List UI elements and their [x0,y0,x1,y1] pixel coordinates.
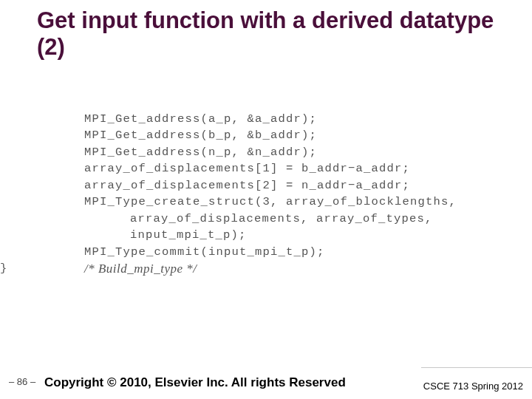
code-line: MPI_Get_address(b_p, &b_addr); [38,127,488,143]
code-line: array_of_displacements[1] = b_addr−a_add… [38,160,488,177]
code-line: } /* Build_mpi_type */ [38,260,488,279]
code-line: input_mpi_t_p); [38,227,488,243]
code-line: MPI_Get_address(a_p, &a_addr); [38,111,488,127]
slide-title: Get input function with a derived dataty… [37,7,502,60]
code-line: array_of_displacements, array_of_types, [38,211,488,227]
code-comment: /* Build_mpi_type */ [84,262,197,276]
page-number: – 86 – [9,376,35,387]
code-block: MPI_Get_address(a_p, &a_addr); MPI_Get_a… [38,111,488,279]
code-line: MPI_Type_commit(input_mpi_t_p); [38,244,488,260]
code-line: MPI_Type_create_struct(3, array_of_block… [38,194,488,210]
code-line: MPI_Get_address(n_p, &n_addr); [38,144,488,160]
copyright-text: Copyright © 2010, Elsevier Inc. All righ… [44,375,346,390]
divider-line [421,367,532,368]
course-label: CSCE 713 Spring 2012 [423,381,523,392]
code-line: array_of_displacements[2] = n_addr−a_add… [38,177,488,194]
slide: Get input function with a derived dataty… [0,0,532,399]
closing-brace: } [0,260,8,276]
